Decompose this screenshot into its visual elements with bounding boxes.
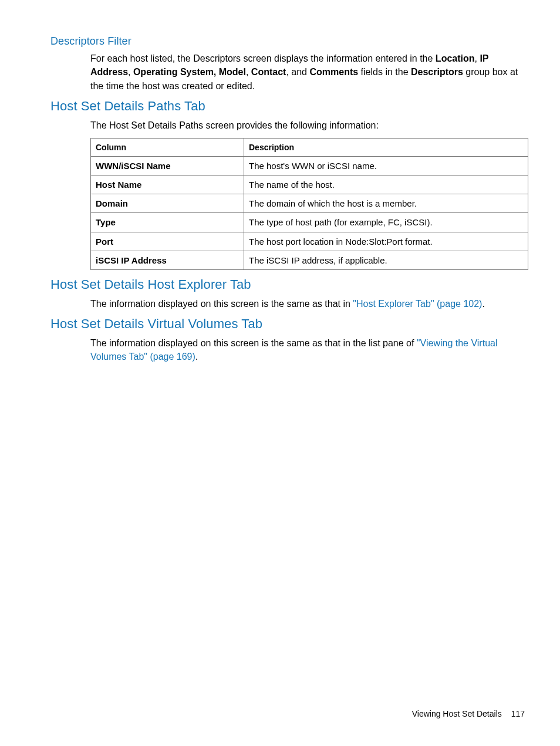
para-virtual-volumes: The information displayed on this screen… [90, 336, 525, 363]
table-row: Host Name The name of the host. [91, 175, 528, 194]
text-run: , [246, 67, 251, 77]
cell-description: The type of host path (for example, FC, … [244, 213, 528, 232]
section-host-explorer-tab: Host Set Details Host Explorer Tab The i… [50, 276, 525, 310]
text-run: For each host listed, the Descriptors sc… [90, 53, 436, 63]
heading-host-explorer-tab: Host Set Details Host Explorer Tab [50, 276, 525, 293]
table-row: WWN/iSCSI Name The host's WWN or iSCSI n… [91, 156, 528, 175]
cell-description: The domain of which the host is a member… [244, 194, 528, 213]
cell-column: Domain [91, 194, 244, 213]
text-bold-descriptors: Descriptors [411, 67, 463, 77]
text-run: The information displayed on this screen… [90, 338, 417, 348]
text-run: , [128, 67, 133, 77]
cell-description: The iSCSI IP address, if applicable. [244, 251, 528, 269]
table-row: Type The type of host path (for example,… [91, 213, 528, 232]
link-host-explorer-tab[interactable]: "Host Explorer Tab" (page 102) [353, 299, 482, 309]
cell-column: Type [91, 213, 244, 232]
text-run: , and [286, 67, 309, 77]
cell-column: iSCSI IP Address [91, 251, 244, 269]
cell-description: The host's WWN or iSCSI name. [244, 156, 528, 175]
section-paths-tab: Host Set Details Paths Tab The Host Set … [50, 97, 525, 270]
table-row: Port The host port location in Node:Slot… [91, 232, 528, 251]
heading-descriptors-filter: Descriptors Filter [50, 34, 525, 48]
th-column: Column [91, 138, 244, 156]
cell-description: The name of the host. [244, 175, 528, 194]
text-run: fields in the [358, 67, 411, 77]
para-paths-intro: The Host Set Details Paths screen provid… [90, 119, 525, 132]
text-bold-contact: Contact [251, 67, 286, 77]
page-footer: Viewing Host Set Details 117 [412, 708, 525, 720]
text-bold-location: Location [436, 53, 475, 63]
cell-description: The host port location in Node:Slot:Port… [244, 232, 528, 251]
para-host-explorer: The information displayed on this screen… [90, 297, 525, 310]
heading-paths-tab: Host Set Details Paths Tab [50, 97, 525, 115]
text-bold-comments: Comments [309, 67, 358, 77]
text-run: The information displayed on this screen… [90, 299, 353, 309]
table-paths: Column Description WWN/iSCSI Name The ho… [90, 138, 528, 270]
section-virtual-volumes-tab: Host Set Details Virtual Volumes Tab The… [50, 315, 525, 363]
text-run: . [482, 299, 484, 309]
table-row: Domain The domain of which the host is a… [91, 194, 528, 213]
cell-column: Host Name [91, 175, 244, 194]
cell-column: Port [91, 232, 244, 251]
table-header-row: Column Description [91, 138, 528, 156]
heading-virtual-volumes-tab: Host Set Details Virtual Volumes Tab [50, 315, 525, 333]
footer-section-title: Viewing Host Set Details [412, 709, 502, 718]
text-run: . [195, 352, 198, 362]
table-row: iSCSI IP Address The iSCSI IP address, i… [91, 251, 528, 269]
section-descriptors-filter: Descriptors Filter For each host listed,… [50, 34, 525, 93]
para-descriptors-filter: For each host listed, the Descriptors sc… [90, 52, 525, 93]
cell-column: WWN/iSCSI Name [91, 156, 244, 175]
th-description: Description [244, 138, 528, 156]
footer-page-number: 117 [511, 709, 525, 718]
text-bold-os-model: Operating System, Model [133, 67, 246, 77]
